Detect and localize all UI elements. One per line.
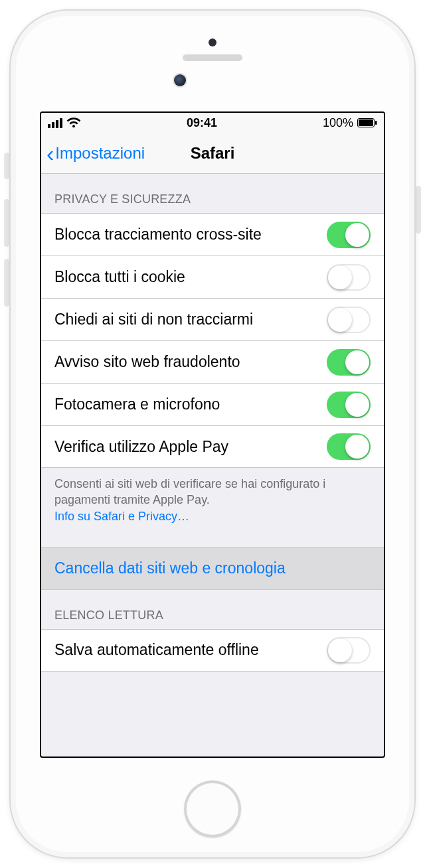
nav-bar: ‹ Impostazioni Safari	[41, 133, 384, 174]
earpiece-speaker	[183, 54, 242, 61]
svg-rect-2	[375, 121, 377, 125]
setting-label: Fotocamera e microfono	[54, 396, 220, 413]
battery-percent: 100%	[323, 116, 353, 130]
device-frame: 09:41 100% ‹ Impostazioni Safari	[9, 9, 416, 859]
toggle-verifica-utilizzo-apple-pay[interactable]	[327, 433, 371, 460]
toggle-knob	[328, 308, 352, 332]
toggle-knob	[328, 638, 352, 662]
toggle-chiedi-ai-siti-di-non-tracciarmi[interactable]	[327, 307, 371, 333]
back-label: Impostazioni	[55, 144, 145, 163]
back-button[interactable]: ‹ Impostazioni	[46, 142, 145, 165]
setting-label: Salva automaticamente offline	[54, 641, 259, 659]
toggle-knob	[345, 393, 369, 417]
svg-rect-1	[359, 119, 373, 126]
setting-label: Avviso sito web fraudolento	[54, 353, 240, 371]
toggle-avviso-sito-web-fraudolento[interactable]	[327, 349, 371, 376]
status-bar: 09:41 100%	[41, 113, 384, 133]
settings-content: PRIVACY E SICUREZZA Blocca tracciamento …	[41, 174, 384, 757]
power-button	[416, 186, 421, 234]
setting-label: Verifica utilizzo Apple Pay	[54, 438, 228, 456]
volume-up-button	[4, 199, 9, 247]
volume-down-button	[4, 259, 9, 307]
toggle-blocca-tutti-i-cookie[interactable]	[327, 264, 371, 291]
privacy-security-group: Blocca tracciamento cross-siteBlocca tut…	[41, 213, 384, 468]
toggle-fotocamera-e-microfono[interactable]	[327, 392, 371, 418]
setting-label: Blocca tracciamento cross-site	[54, 226, 262, 244]
setting-label: Blocca tutti i cookie	[54, 268, 185, 286]
setting-row-fotocamera-e-microfono[interactable]: Fotocamera e microfono	[41, 383, 384, 425]
setting-row-avviso-sito-web-fraudolento[interactable]: Avviso sito web fraudolento	[41, 340, 384, 383]
setting-row-blocca-tutti-i-cookie[interactable]: Blocca tutti i cookie	[41, 255, 384, 298]
setting-row-chiedi-ai-siti-di-non-tracciarmi[interactable]: Chiedi ai siti di non tracciarmi	[41, 298, 384, 340]
mute-switch	[4, 153, 9, 179]
safari-privacy-link[interactable]: Info su Safari e Privacy…	[54, 510, 189, 523]
setting-row-blocca-tracciamento-cross-site[interactable]: Blocca tracciamento cross-site	[41, 213, 384, 255]
screen: 09:41 100% ‹ Impostazioni Safari	[40, 111, 385, 758]
section-footer-privacy: Consenti ai siti web di verificare se ha…	[41, 468, 384, 524]
battery-icon	[357, 118, 377, 127]
section-header-readinglist: ELENCO LETTURA	[41, 590, 384, 629]
chevron-left-icon: ‹	[46, 142, 54, 165]
setting-row-salva-automaticamente-offline[interactable]: Salva automaticamente offline	[41, 629, 384, 672]
front-camera	[174, 74, 186, 86]
toggle-knob	[345, 223, 369, 247]
toggle-knob	[328, 265, 352, 289]
toggle-blocca-tracciamento-cross-site[interactable]	[327, 222, 371, 248]
clear-history-button[interactable]: Cancella dati siti web e cronologia	[41, 547, 384, 590]
section-header-privacy: PRIVACY E SICUREZZA	[41, 174, 384, 213]
setting-label: Chiedi ai siti di non tracciarmi	[54, 311, 253, 328]
footer-text: Consenti ai siti web di verificare se ha…	[54, 477, 325, 506]
home-button[interactable]	[184, 780, 241, 837]
toggle-knob	[345, 435, 369, 459]
cellular-signal-icon	[48, 118, 62, 128]
status-time: 09:41	[187, 116, 217, 130]
setting-row-verifica-utilizzo-apple-pay[interactable]: Verifica utilizzo Apple Pay	[41, 425, 384, 468]
reading-list-group: Salva automaticamente offline	[41, 629, 384, 672]
toggle-knob	[345, 350, 369, 374]
wifi-icon	[66, 117, 81, 128]
proximity-sensor	[209, 38, 216, 46]
toggle-salva-automaticamente-offline[interactable]	[327, 637, 371, 664]
